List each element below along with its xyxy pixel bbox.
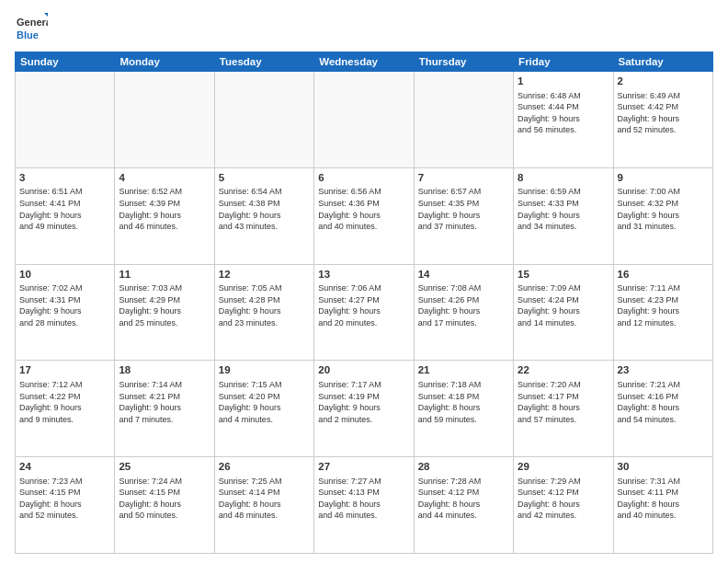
day-info: Sunrise: 7:31 AM Sunset: 4:11 PM Dayligh… xyxy=(618,476,709,522)
day-number: 13 xyxy=(318,268,409,282)
day-info: Sunrise: 6:54 AM Sunset: 4:38 PM Dayligh… xyxy=(219,186,310,232)
day-cell xyxy=(414,72,513,168)
day-info: Sunrise: 7:17 AM Sunset: 4:19 PM Dayligh… xyxy=(318,379,409,425)
calendar-body: 1Sunrise: 6:48 AM Sunset: 4:44 PM Daylig… xyxy=(16,72,713,554)
day-info: Sunrise: 7:24 AM Sunset: 4:15 PM Dayligh… xyxy=(119,476,210,522)
day-cell: 1Sunrise: 6:48 AM Sunset: 4:44 PM Daylig… xyxy=(514,72,613,168)
day-info: Sunrise: 7:05 AM Sunset: 4:28 PM Dayligh… xyxy=(219,282,310,328)
week-row-1: 3Sunrise: 6:51 AM Sunset: 4:41 PM Daylig… xyxy=(16,167,713,264)
day-number: 29 xyxy=(518,460,609,475)
day-number: 27 xyxy=(318,460,409,475)
week-row-4: 24Sunrise: 7:23 AM Sunset: 4:15 PM Dayli… xyxy=(16,457,713,554)
day-cell: 17Sunrise: 7:12 AM Sunset: 4:22 PM Dayli… xyxy=(16,361,115,457)
day-info: Sunrise: 7:09 AM Sunset: 4:24 PM Dayligh… xyxy=(518,282,609,328)
day-number: 15 xyxy=(518,268,609,282)
header-cell-saturday: Saturday xyxy=(613,52,712,72)
day-cell: 28Sunrise: 7:28 AM Sunset: 4:12 PM Dayli… xyxy=(414,457,513,554)
day-cell: 7Sunrise: 6:57 AM Sunset: 4:35 PM Daylig… xyxy=(414,167,513,264)
day-cell: 5Sunrise: 6:54 AM Sunset: 4:38 PM Daylig… xyxy=(214,167,313,264)
day-cell xyxy=(314,72,414,168)
calendar: SundayMondayTuesdayWednesdayThursdayFrid… xyxy=(15,52,713,554)
day-cell: 16Sunrise: 7:11 AM Sunset: 4:23 PM Dayli… xyxy=(613,264,712,361)
week-row-2: 10Sunrise: 7:02 AM Sunset: 4:31 PM Dayli… xyxy=(16,264,713,361)
day-info: Sunrise: 7:21 AM Sunset: 4:16 PM Dayligh… xyxy=(618,379,709,425)
day-cell: 26Sunrise: 7:25 AM Sunset: 4:14 PM Dayli… xyxy=(214,457,313,554)
day-info: Sunrise: 7:29 AM Sunset: 4:12 PM Dayligh… xyxy=(518,476,609,522)
day-number: 28 xyxy=(418,460,509,475)
header-cell-friday: Friday xyxy=(514,52,613,72)
header-cell-tuesday: Tuesday xyxy=(214,52,313,72)
day-cell: 10Sunrise: 7:02 AM Sunset: 4:31 PM Dayli… xyxy=(16,264,115,361)
day-info: Sunrise: 7:20 AM Sunset: 4:17 PM Dayligh… xyxy=(518,379,609,425)
logo: General Blue xyxy=(15,11,48,44)
day-number: 8 xyxy=(518,171,609,186)
day-number: 19 xyxy=(219,363,310,378)
day-info: Sunrise: 7:28 AM Sunset: 4:12 PM Dayligh… xyxy=(418,476,509,522)
day-cell: 19Sunrise: 7:15 AM Sunset: 4:20 PM Dayli… xyxy=(214,361,313,457)
day-info: Sunrise: 7:25 AM Sunset: 4:14 PM Dayligh… xyxy=(219,476,310,522)
day-cell: 12Sunrise: 7:05 AM Sunset: 4:28 PM Dayli… xyxy=(214,264,313,361)
day-cell: 24Sunrise: 7:23 AM Sunset: 4:15 PM Dayli… xyxy=(16,457,115,554)
day-number: 7 xyxy=(418,171,509,186)
day-number: 2 xyxy=(618,75,709,89)
day-cell xyxy=(115,72,214,168)
day-number: 3 xyxy=(19,171,110,186)
day-cell: 4Sunrise: 6:52 AM Sunset: 4:39 PM Daylig… xyxy=(115,167,214,264)
day-cell: 13Sunrise: 7:06 AM Sunset: 4:27 PM Dayli… xyxy=(314,264,414,361)
day-info: Sunrise: 7:00 AM Sunset: 4:32 PM Dayligh… xyxy=(618,186,709,232)
header-cell-wednesday: Wednesday xyxy=(314,52,414,72)
day-info: Sunrise: 7:08 AM Sunset: 4:26 PM Dayligh… xyxy=(418,282,509,328)
day-number: 14 xyxy=(418,268,509,282)
day-cell: 14Sunrise: 7:08 AM Sunset: 4:26 PM Dayli… xyxy=(414,264,513,361)
day-number: 26 xyxy=(219,460,310,475)
day-cell: 8Sunrise: 6:59 AM Sunset: 4:33 PM Daylig… xyxy=(514,167,613,264)
header-row: SundayMondayTuesdayWednesdayThursdayFrid… xyxy=(16,52,713,72)
week-row-3: 17Sunrise: 7:12 AM Sunset: 4:22 PM Dayli… xyxy=(16,361,713,457)
header-cell-sunday: Sunday xyxy=(16,52,115,72)
day-number: 18 xyxy=(119,363,210,378)
week-row-0: 1Sunrise: 6:48 AM Sunset: 4:44 PM Daylig… xyxy=(16,72,713,168)
day-cell: 9Sunrise: 7:00 AM Sunset: 4:32 PM Daylig… xyxy=(613,167,712,264)
day-cell: 25Sunrise: 7:24 AM Sunset: 4:15 PM Dayli… xyxy=(115,457,214,554)
day-info: Sunrise: 7:02 AM Sunset: 4:31 PM Dayligh… xyxy=(19,282,110,328)
day-cell xyxy=(16,72,115,168)
day-info: Sunrise: 7:23 AM Sunset: 4:15 PM Dayligh… xyxy=(19,476,110,522)
day-cell xyxy=(214,72,313,168)
day-number: 22 xyxy=(518,363,609,378)
day-cell: 6Sunrise: 6:56 AM Sunset: 4:36 PM Daylig… xyxy=(314,167,414,264)
day-info: Sunrise: 7:18 AM Sunset: 4:18 PM Dayligh… xyxy=(418,379,509,425)
day-number: 21 xyxy=(418,363,509,378)
logo-svg: General Blue xyxy=(15,11,48,44)
day-info: Sunrise: 6:56 AM Sunset: 4:36 PM Dayligh… xyxy=(318,186,409,232)
day-cell: 2Sunrise: 6:49 AM Sunset: 4:42 PM Daylig… xyxy=(613,72,712,168)
day-number: 5 xyxy=(219,171,310,186)
calendar-header: SundayMondayTuesdayWednesdayThursdayFrid… xyxy=(16,52,713,72)
day-info: Sunrise: 7:12 AM Sunset: 4:22 PM Dayligh… xyxy=(19,379,110,425)
day-number: 30 xyxy=(618,460,709,475)
day-info: Sunrise: 7:14 AM Sunset: 4:21 PM Dayligh… xyxy=(119,379,210,425)
header-cell-thursday: Thursday xyxy=(414,52,513,72)
day-info: Sunrise: 6:59 AM Sunset: 4:33 PM Dayligh… xyxy=(518,186,609,232)
page-header: General Blue xyxy=(15,11,713,44)
day-cell: 11Sunrise: 7:03 AM Sunset: 4:29 PM Dayli… xyxy=(115,264,214,361)
svg-text:General: General xyxy=(17,17,48,28)
day-cell: 27Sunrise: 7:27 AM Sunset: 4:13 PM Dayli… xyxy=(314,457,414,554)
day-info: Sunrise: 6:57 AM Sunset: 4:35 PM Dayligh… xyxy=(418,186,509,232)
day-info: Sunrise: 7:27 AM Sunset: 4:13 PM Dayligh… xyxy=(318,476,409,522)
day-cell: 29Sunrise: 7:29 AM Sunset: 4:12 PM Dayli… xyxy=(514,457,613,554)
day-cell: 20Sunrise: 7:17 AM Sunset: 4:19 PM Dayli… xyxy=(314,361,414,457)
day-number: 24 xyxy=(19,460,110,475)
day-cell: 18Sunrise: 7:14 AM Sunset: 4:21 PM Dayli… xyxy=(115,361,214,457)
day-info: Sunrise: 7:03 AM Sunset: 4:29 PM Dayligh… xyxy=(119,282,210,328)
day-cell: 22Sunrise: 7:20 AM Sunset: 4:17 PM Dayli… xyxy=(514,361,613,457)
day-number: 23 xyxy=(618,363,709,378)
day-info: Sunrise: 7:15 AM Sunset: 4:20 PM Dayligh… xyxy=(219,379,310,425)
day-cell: 21Sunrise: 7:18 AM Sunset: 4:18 PM Dayli… xyxy=(414,361,513,457)
day-number: 9 xyxy=(618,171,709,186)
day-number: 4 xyxy=(119,171,210,186)
day-number: 17 xyxy=(19,363,110,378)
day-info: Sunrise: 7:11 AM Sunset: 4:23 PM Dayligh… xyxy=(618,282,709,328)
day-info: Sunrise: 6:52 AM Sunset: 4:39 PM Dayligh… xyxy=(119,186,210,232)
day-number: 1 xyxy=(518,75,609,89)
day-number: 20 xyxy=(318,363,409,378)
